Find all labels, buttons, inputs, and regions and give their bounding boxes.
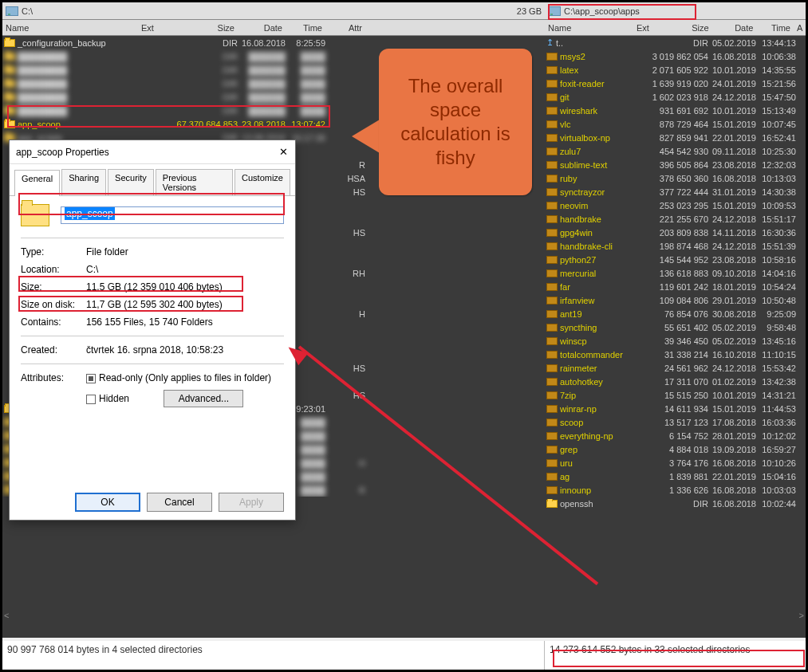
folder-icon	[546, 53, 558, 61]
folder-icon	[546, 500, 558, 508]
folder-icon	[546, 337, 558, 345]
folder-icon	[546, 188, 558, 196]
list-item[interactable]: autohotkey 17 311 07001.02.201913:42:38	[545, 375, 806, 388]
folder-icon	[546, 215, 558, 223]
list-item[interactable]: gpg4win 203 809 83814.11.201816:30:36	[545, 226, 806, 239]
folder-icon	[546, 66, 558, 74]
col-size[interactable]: Size	[166, 23, 238, 33]
folder-icon	[546, 405, 558, 413]
list-item[interactable]: synctrayzor 377 722 44431.01.201914:30:3…	[545, 185, 806, 198]
contains-value: 156 155 Files, 15 740 Folders	[86, 316, 284, 328]
hidden-label: Hidden	[99, 393, 129, 404]
list-item[interactable]: python27 145 544 95223.08.201810:58:16	[545, 253, 806, 266]
tab-customize[interactable]: Customize	[235, 169, 290, 195]
apply-button[interactable]: Apply	[219, 493, 284, 512]
type-label: Type:	[21, 246, 86, 257]
list-item[interactable]: everything-np 6 154 75228.01.201910:12:0…	[545, 429, 806, 442]
left-path: C:\	[22, 6, 517, 16]
col-size[interactable]: Size	[649, 23, 712, 33]
list-item[interactable]: git 1 602 023 91824.12.201815:47:50	[545, 90, 806, 104]
col-attr[interactable]: A	[794, 23, 806, 33]
tab-security[interactable]: Security	[108, 169, 154, 195]
readonly-checkbox[interactable]	[86, 374, 96, 383]
tab-general[interactable]: General	[14, 170, 60, 196]
list-item[interactable]: totalcommander 31 338 21416.10.201811:10…	[545, 348, 806, 361]
col-date[interactable]: Date	[238, 23, 286, 33]
list-item[interactable]: far 119 601 24218.01.201910:54:24	[545, 280, 806, 293]
hidden-checkbox[interactable]	[86, 395, 96, 404]
list-item[interactable]: handbrake-cli 198 874 46824.12.201815:51…	[545, 239, 806, 253]
folder-icon	[546, 486, 558, 494]
list-item[interactable]: syncthing 55 651 40205.02.20199:58:48	[545, 320, 806, 334]
advanced-button[interactable]: Advanced...	[164, 390, 243, 407]
tab-sharing[interactable]: Sharing	[61, 169, 106, 195]
folder-icon	[546, 310, 558, 318]
cancel-button[interactable]: Cancel	[147, 493, 212, 512]
list-item[interactable]: handbrake 221 255 67024.12.201815:51:17	[545, 212, 806, 226]
location-label: Location:	[21, 264, 86, 275]
col-name[interactable]: Name	[2, 23, 138, 33]
folder-icon	[546, 432, 558, 440]
list-item[interactable]: scoop 13 517 12317.08.201816:03:36	[545, 415, 806, 429]
folder-icon	[546, 283, 558, 291]
folder-icon	[546, 93, 558, 101]
parent-dir[interactable]: ↥t.. DIR05.02.201913:44:13	[545, 36, 806, 49]
list-item[interactable]: virtualbox-np 827 859 94122.01.201916:52…	[545, 131, 806, 144]
status-right: 14 273 614 552 bytes in 33 selected dire…	[545, 641, 806, 670]
right-file-list[interactable]: ↥t.. DIR05.02.201913:44:13 msys2 3 019 8…	[545, 36, 806, 510]
folder-name-input[interactable]: app_scoop	[61, 206, 284, 224]
folder-icon	[546, 297, 558, 305]
list-item[interactable]: mercurial 136 618 88309.10.201814:04:16	[545, 266, 806, 280]
list-item[interactable]: winrar-np 14 611 93415.01.201911:44:53	[545, 402, 806, 415]
size-on-disk-label: Size on disk:	[21, 299, 86, 310]
folder-icon	[546, 175, 558, 183]
readonly-label: Read-only (Only applies to files in fold…	[99, 372, 271, 383]
col-time[interactable]: Time	[286, 23, 325, 33]
list-item[interactable]: _configuration_backup DIR 16.08.20188:25…	[2, 36, 545, 49]
list-item[interactable]: grep 4 884 01819.09.201816:59:27	[545, 442, 806, 456]
close-icon[interactable]: ✕	[278, 146, 289, 158]
col-attr[interactable]: Attr	[325, 23, 365, 33]
status-bar: 90 997 768 014 bytes in 4 selected direc…	[2, 641, 806, 670]
list-item[interactable]: msys2 3 019 862 05416.08.201810:06:38	[545, 49, 806, 63]
col-date[interactable]: Date	[712, 23, 757, 33]
list-item[interactable]: latex 2 071 605 92210.01.201914:35:55	[545, 63, 806, 77]
list-item[interactable]: irfanview 109 084 80629.01.201910:50:48	[545, 293, 806, 307]
right-path-header[interactable]: C:\app_scoop\apps	[545, 2, 806, 20]
list-item[interactable]: winscp 39 346 45005.02.201913:45:16	[545, 334, 806, 348]
list-item[interactable]: ant19 76 854 07630.08.20189:25:09	[545, 307, 806, 320]
list-item[interactable]: rainmeter 24 561 96224.12.201815:53:42	[545, 361, 806, 375]
drive-icon	[548, 6, 561, 16]
list-item[interactable]: 7zip 15 515 25010.01.201914:31:21	[545, 388, 806, 402]
tab-prev-versions[interactable]: Previous Versions	[156, 169, 233, 195]
folder-icon	[546, 459, 558, 467]
list-item[interactable]: foxit-reader 1 639 919 02024.01.201915:2…	[545, 77, 806, 90]
folder-icon	[546, 364, 558, 372]
tab-row: General Sharing Security Previous Versio…	[10, 164, 295, 196]
list-item[interactable]: ag 1 839 88122.01.201915:04:16	[545, 470, 806, 483]
list-item[interactable]: sublime-text 396 505 86423.08.201812:32:…	[545, 158, 806, 171]
list-item[interactable]: neovim 253 023 29515.01.201910:09:53	[545, 198, 806, 212]
col-name[interactable]: Name	[545, 23, 633, 33]
status-left: 90 997 768 014 bytes in 4 selected direc…	[2, 641, 545, 670]
folder-icon	[546, 446, 558, 454]
left-path-header[interactable]: C:\ 23 GB	[2, 2, 545, 20]
col-ext[interactable]: Ext	[138, 23, 166, 33]
dialog-titlebar[interactable]: app_scoop Properties ✕	[10, 140, 295, 164]
folder-icon	[546, 80, 558, 88]
list-item[interactable]: zulu7 454 542 93009.11.201810:25:30	[545, 144, 806, 158]
list-item[interactable]: innounp 1 336 62616.08.201810:03:03	[545, 483, 806, 497]
size-value: 11,5 GB (12 359 010 406 bytes)	[86, 281, 284, 293]
list-item[interactable]: vlc 878 729 46415.01.201910:07:45	[545, 117, 806, 131]
list-item[interactable]: openssh DIR16.08.201810:02:44	[545, 497, 806, 510]
folder-icon	[546, 147, 558, 155]
col-time[interactable]: Time	[756, 23, 794, 33]
list-item[interactable]: wireshark 931 691 69210.01.201915:13:49	[545, 104, 806, 117]
left-col-headers[interactable]: Name Ext Size Date Time Attr	[2, 20, 545, 36]
folder-icon	[4, 39, 15, 47]
ok-button[interactable]: OK	[75, 493, 140, 512]
list-item[interactable]: ruby 378 650 36016.08.201810:13:03	[545, 171, 806, 185]
right-col-headers[interactable]: Name Ext Size Date Time A	[545, 20, 806, 36]
list-item[interactable]: uru 3 764 17616.08.201810:10:26	[545, 456, 806, 470]
col-ext[interactable]: Ext	[633, 23, 649, 33]
